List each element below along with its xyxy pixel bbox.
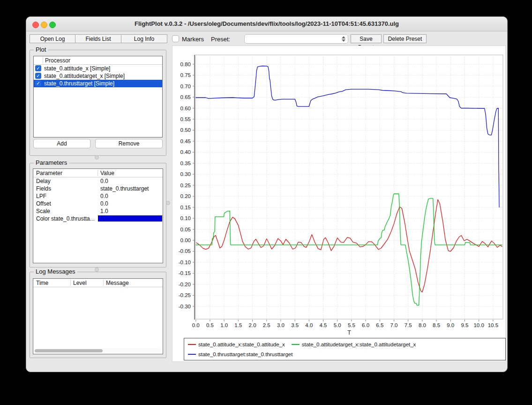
x-tick-label: 9.0	[447, 322, 454, 328]
processor-item-label: state_0.attitudetarget_x [Simple]	[44, 73, 125, 79]
legend-line-sample	[188, 344, 196, 345]
legend-label: state_0.thrusttarget:state_0.thrusttarge…	[198, 352, 292, 357]
legend-row: state_0.thrusttarget:state_0.thrusttarge…	[188, 351, 299, 358]
parameters-table[interactable]: Parameter Value Delay0.0Fieldsstate_0.th…	[33, 168, 163, 263]
preset-combobox[interactable]	[244, 34, 348, 44]
markers-checkbox[interactable]	[172, 35, 179, 42]
horizontal-scrollbar[interactable]	[34, 349, 162, 353]
y-tick-label: 0.60	[180, 106, 191, 111]
add-button[interactable]: Add	[33, 139, 90, 148]
y-tick-label: 0.75	[180, 72, 191, 78]
processor-list-item[interactable]: ✓state_0.thrusttarget [Simple]	[34, 80, 162, 87]
parameter-row[interactable]: Fieldsstate_0.thrusttarget	[33, 185, 163, 192]
processor-list-item[interactable]: ✓state_0.attitude_x [Simple]	[34, 65, 162, 72]
combo-stepper-icon[interactable]	[340, 36, 346, 42]
x-tick-label: 0.5	[206, 322, 214, 328]
item-checkbox[interactable]: ✓	[35, 65, 41, 71]
scrollbar-thumb[interactable]	[35, 349, 103, 352]
processor-list-item[interactable]: ✓state_0.attitudetarget_x [Simple]	[34, 72, 162, 80]
open-log-button[interactable]: Open Log	[30, 34, 75, 43]
parameter-row[interactable]: Delay0.0	[33, 177, 163, 185]
message-column-header: Message	[106, 280, 129, 286]
parameter-name-cell: Fields	[36, 185, 96, 192]
parameter-row[interactable]: Scale1.0	[33, 207, 163, 215]
y-tick-label: 0.00	[180, 237, 191, 243]
parameter-value-cell: 1.0	[100, 208, 161, 214]
level-column-header: Level	[73, 280, 87, 286]
parameter-column-header: Parameter	[36, 170, 62, 176]
parameter-value-cell: 0.0	[100, 178, 161, 184]
processor-list[interactable]: Processor ✓state_0.attitude_x [Simple]✓s…	[33, 56, 163, 138]
save-preset-button[interactable]: Save Preset	[351, 34, 382, 43]
y-tick-label: 0.80	[180, 61, 191, 67]
column-separator	[103, 280, 104, 286]
x-tick-label: 6.5	[376, 322, 383, 328]
y-tick-label: 0.55	[180, 116, 191, 122]
log-info-button[interactable]: Log Info	[121, 34, 167, 43]
y-tick-label: 0.65	[180, 94, 191, 100]
preset-label: Preset:	[211, 36, 230, 43]
x-tick-label: 9.5	[461, 322, 468, 328]
y-tick-label: 0.05	[180, 227, 191, 232]
log-messages-group: Log Messages Time Level Message	[30, 272, 166, 358]
y-tick-label: 0.50	[180, 127, 191, 133]
legend-item: state_0.thrusttarget:state_0.thrusttarge…	[188, 352, 292, 357]
legend-label: state_0.attitudetarget_x:state_0.attitud…	[302, 342, 416, 347]
parameters-table-header: Parameter Value	[33, 169, 163, 177]
y-tick-label: 0.10	[180, 215, 191, 221]
item-checkbox[interactable]: ✓	[35, 73, 41, 79]
x-tick-label: 2.5	[263, 322, 270, 328]
x-tick-label: 3.0	[277, 322, 285, 328]
parameter-name-cell: LPF	[36, 193, 96, 199]
legend-line-sample	[188, 354, 196, 355]
log-messages-table[interactable]: Time Level Message	[33, 278, 163, 354]
parameter-name-cell: Color state_0.thrustta...	[36, 215, 97, 222]
parameters-table-body: Delay0.0Fieldsstate_0.thrusttargetLPF0.0…	[33, 177, 163, 222]
y-tick-label: -0.25	[179, 292, 191, 298]
x-tick-label: 4.5	[320, 322, 327, 328]
parameters-group: Parameters Parameter Value Delay0.0Field…	[30, 163, 166, 267]
parameter-row-color[interactable]: Color state_0.thrustta...	[33, 215, 163, 222]
series-line	[196, 194, 502, 305]
series-line	[196, 66, 499, 207]
splitter-handle[interactable]	[95, 155, 99, 160]
plot-group: Plot Processor ✓state_0.attitude_x [Simp…	[30, 50, 166, 156]
splitter-handle[interactable]	[95, 267, 99, 272]
chart-legend: state_0.attitude_x:state_0.attitude_xsta…	[184, 338, 506, 360]
x-tick-label: 5.0	[334, 322, 341, 328]
plot-border	[195, 55, 503, 319]
y-tick-label: -0.15	[179, 270, 191, 276]
y-tick-label: 0.70	[180, 84, 191, 89]
y-tick-label: -0.30	[179, 304, 191, 309]
color-swatch[interactable]	[98, 215, 162, 222]
delete-preset-button[interactable]: Delete Preset	[383, 34, 427, 43]
x-tick-label: 8.0	[419, 322, 426, 328]
x-tick-label: 7.5	[405, 322, 412, 328]
chevron-up-icon	[342, 36, 345, 38]
parameter-name-cell: Offset	[36, 200, 96, 207]
legend-line-sample	[292, 344, 300, 345]
fields-list-button[interactable]: Fields List	[75, 34, 121, 43]
x-axis-label: T	[347, 329, 351, 336]
x-tick-label: 5.5	[348, 322, 355, 328]
processor-list-body: ✓state_0.attitude_x [Simple]✓state_0.att…	[34, 65, 162, 87]
parameter-row[interactable]: Offset0.0	[33, 200, 163, 207]
chevron-down-icon	[342, 39, 345, 42]
y-tick-label: -0.20	[179, 282, 191, 287]
y-tick-label: -0.05	[179, 248, 191, 254]
x-tick-label: 3.5	[291, 322, 299, 328]
window-title: FlightPlot v.0.3.2 - /Users/oleg/Documen…	[26, 20, 507, 27]
series-line	[196, 199, 502, 292]
item-checkbox[interactable]: ✓	[35, 80, 41, 86]
legend-row: state_0.attitude_x:state_0.attitude_xsta…	[188, 341, 422, 348]
y-tick-label: 0.45	[180, 138, 191, 144]
remove-button[interactable]: Remove	[95, 139, 163, 148]
parameters-group-title: Parameters	[34, 159, 69, 166]
y-tick-label: 0.35	[180, 160, 191, 166]
y-tick-label: 0.15	[180, 205, 191, 210]
x-tick-label: 7.0	[390, 322, 398, 328]
processor-column-header: Processor	[45, 57, 70, 64]
parameter-row[interactable]: LPF0.0	[33, 192, 163, 200]
panel-divider-handle[interactable]	[166, 201, 170, 205]
title-bar[interactable]: FlightPlot v.0.3.2 - /Users/oleg/Documen…	[26, 17, 507, 31]
